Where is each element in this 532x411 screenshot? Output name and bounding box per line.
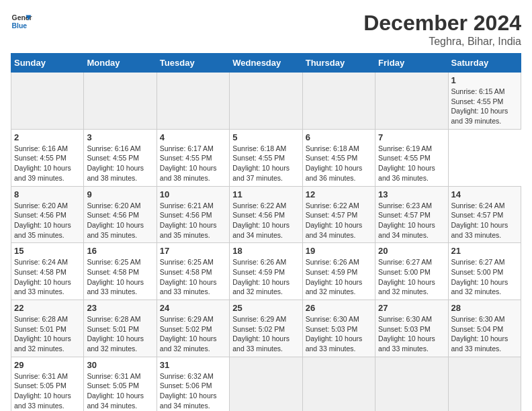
day-number: 4 (160, 132, 226, 142)
day-number: 30 (87, 360, 153, 370)
day-info: Sunrise: 6:20 AMSunset: 4:56 PMDaylight:… (87, 201, 153, 240)
empty-day-cell (375, 357, 448, 411)
day-info: Sunrise: 6:18 AMSunset: 4:55 PMDaylight:… (232, 144, 299, 183)
calendar-day-cell: 19Sunrise: 6:26 AMSunset: 4:59 PMDayligh… (302, 243, 375, 300)
day-of-week-header: Tuesday (157, 54, 229, 73)
logo: General Blue (11, 11, 32, 32)
calendar-day-cell: 4Sunrise: 6:17 AMSunset: 4:55 PMDaylight… (157, 129, 229, 186)
day-info: Sunrise: 6:24 AMSunset: 4:58 PMDaylight:… (14, 257, 81, 297)
day-info: Sunrise: 6:25 AMSunset: 4:58 PMDaylight:… (87, 257, 153, 297)
day-number: 27 (378, 303, 445, 313)
day-number: 10 (160, 189, 226, 199)
day-number: 3 (87, 132, 153, 142)
day-number: 2 (14, 132, 81, 142)
calendar-day-cell: 25Sunrise: 6:29 AMSunset: 5:02 PMDayligh… (230, 300, 302, 357)
calendar-day-cell: 21Sunrise: 6:27 AMSunset: 5:00 PMDayligh… (448, 243, 521, 300)
day-info: Sunrise: 6:30 AMSunset: 5:03 PMDaylight:… (306, 314, 372, 354)
day-number: 6 (306, 132, 372, 142)
calendar-day-cell: 8Sunrise: 6:20 AMSunset: 4:56 PMDaylight… (11, 186, 84, 243)
calendar-day-cell: 1Sunrise: 6:15 AMSunset: 4:55 PMDaylight… (448, 73, 521, 130)
calendar-week-row: 8Sunrise: 6:20 AMSunset: 4:56 PMDaylight… (11, 186, 521, 243)
day-info: Sunrise: 6:22 AMSunset: 4:56 PMDaylight:… (232, 201, 299, 240)
day-of-week-header: Sunday (11, 54, 84, 73)
empty-day-cell (11, 73, 84, 130)
calendar-day-cell: 2Sunrise: 6:16 AMSunset: 4:55 PMDaylight… (11, 129, 84, 186)
title-area: December 2024 Teghra, Bihar, India (363, 11, 521, 48)
calendar-day-cell: 26Sunrise: 6:30 AMSunset: 5:03 PMDayligh… (302, 300, 375, 357)
day-number: 21 (451, 246, 518, 256)
calendar-day-cell: 14Sunrise: 6:24 AMSunset: 4:57 PMDayligh… (448, 186, 521, 243)
day-number: 13 (378, 189, 445, 199)
calendar-week-row: 15Sunrise: 6:24 AMSunset: 4:58 PMDayligh… (11, 243, 521, 300)
calendar-day-cell: 18Sunrise: 6:26 AMSunset: 4:59 PMDayligh… (230, 243, 302, 300)
day-number: 26 (306, 303, 372, 313)
day-info: Sunrise: 6:17 AMSunset: 4:55 PMDaylight:… (160, 144, 226, 183)
calendar-day-cell: 15Sunrise: 6:24 AMSunset: 4:58 PMDayligh… (11, 243, 84, 300)
calendar-table: SundayMondayTuesdayWednesdayThursdayFrid… (11, 53, 521, 411)
day-info: Sunrise: 6:20 AMSunset: 4:56 PMDaylight:… (14, 201, 81, 240)
day-of-week-header: Thursday (302, 54, 375, 73)
day-info: Sunrise: 6:16 AMSunset: 4:55 PMDaylight:… (87, 144, 153, 183)
day-info: Sunrise: 6:28 AMSunset: 5:01 PMDaylight:… (87, 314, 153, 354)
calendar-day-cell: 23Sunrise: 6:28 AMSunset: 5:01 PMDayligh… (84, 300, 157, 357)
day-number: 14 (451, 189, 518, 199)
empty-day-cell (375, 73, 448, 130)
day-info: Sunrise: 6:31 AMSunset: 5:05 PMDaylight:… (14, 371, 81, 411)
page-header: General Blue December 2024 Teghra, Bihar… (11, 11, 521, 48)
day-number: 16 (87, 246, 153, 256)
day-info: Sunrise: 6:21 AMSunset: 4:56 PMDaylight:… (160, 201, 226, 240)
day-number: 15 (14, 246, 81, 256)
day-number: 20 (378, 246, 445, 256)
day-info: Sunrise: 6:25 AMSunset: 4:58 PMDaylight:… (160, 257, 226, 297)
day-info: Sunrise: 6:32 AMSunset: 5:06 PMDaylight:… (160, 371, 226, 411)
day-of-week-header: Monday (84, 54, 157, 73)
day-info: Sunrise: 6:31 AMSunset: 5:05 PMDaylight:… (87, 371, 153, 411)
calendar-day-cell: 6Sunrise: 6:18 AMSunset: 4:55 PMDaylight… (302, 129, 375, 186)
empty-day-cell (302, 73, 375, 130)
day-number: 22 (14, 303, 81, 313)
day-info: Sunrise: 6:27 AMSunset: 5:00 PMDaylight:… (451, 257, 518, 297)
day-number: 1 (451, 75, 518, 85)
day-number: 11 (232, 189, 299, 199)
day-info: Sunrise: 6:23 AMSunset: 4:57 PMDaylight:… (378, 201, 445, 240)
day-info: Sunrise: 6:29 AMSunset: 5:02 PMDaylight:… (232, 314, 299, 354)
location-subtitle: Teghra, Bihar, India (363, 36, 521, 48)
day-info: Sunrise: 6:19 AMSunset: 4:55 PMDaylight:… (378, 144, 445, 183)
empty-day-cell (157, 73, 229, 130)
calendar-day-cell: 20Sunrise: 6:27 AMSunset: 5:00 PMDayligh… (375, 243, 448, 300)
calendar-day-cell: 24Sunrise: 6:29 AMSunset: 5:02 PMDayligh… (157, 300, 229, 357)
day-number: 25 (232, 303, 299, 313)
calendar-day-cell: 3Sunrise: 6:16 AMSunset: 4:55 PMDaylight… (84, 129, 157, 186)
day-number: 18 (232, 246, 299, 256)
empty-day-cell (448, 357, 521, 411)
calendar-day-cell: 5Sunrise: 6:18 AMSunset: 4:55 PMDaylight… (230, 129, 302, 186)
empty-day-cell (84, 73, 157, 130)
day-number: 29 (14, 360, 81, 370)
svg-text:Blue: Blue (12, 22, 28, 30)
calendar-day-cell: 31Sunrise: 6:32 AMSunset: 5:06 PMDayligh… (157, 357, 229, 411)
day-of-week-header: Wednesday (230, 54, 302, 73)
empty-day-cell (230, 357, 302, 411)
day-info: Sunrise: 6:26 AMSunset: 4:59 PMDaylight:… (306, 257, 372, 297)
day-of-week-header: Friday (375, 54, 448, 73)
day-number: 19 (306, 246, 372, 256)
day-info: Sunrise: 6:30 AMSunset: 5:04 PMDaylight:… (451, 314, 518, 354)
day-number: 9 (87, 189, 153, 199)
day-number: 12 (306, 189, 372, 199)
calendar-day-cell: 16Sunrise: 6:25 AMSunset: 4:58 PMDayligh… (84, 243, 157, 300)
day-info: Sunrise: 6:26 AMSunset: 4:59 PMDaylight:… (232, 257, 299, 297)
day-number: 23 (87, 303, 153, 313)
calendar-week-row: 29Sunrise: 6:31 AMSunset: 5:05 PMDayligh… (11, 357, 521, 411)
day-info: Sunrise: 6:30 AMSunset: 5:03 PMDaylight:… (378, 314, 445, 354)
day-number: 5 (232, 132, 299, 142)
day-info: Sunrise: 6:28 AMSunset: 5:01 PMDaylight:… (14, 314, 81, 354)
day-info: Sunrise: 6:15 AMSunset: 4:55 PMDaylight:… (451, 87, 518, 126)
calendar-day-cell: 13Sunrise: 6:23 AMSunset: 4:57 PMDayligh… (375, 186, 448, 243)
calendar-week-row: 2Sunrise: 6:16 AMSunset: 4:55 PMDaylight… (11, 129, 521, 186)
day-number: 24 (160, 303, 226, 313)
calendar-day-cell: 12Sunrise: 6:22 AMSunset: 4:57 PMDayligh… (302, 186, 375, 243)
day-number: 31 (160, 360, 226, 370)
calendar-day-cell: 7Sunrise: 6:19 AMSunset: 4:55 PMDaylight… (375, 129, 448, 186)
calendar-body: 1Sunrise: 6:15 AMSunset: 4:55 PMDaylight… (11, 73, 521, 412)
calendar-day-cell: 22Sunrise: 6:28 AMSunset: 5:01 PMDayligh… (11, 300, 84, 357)
